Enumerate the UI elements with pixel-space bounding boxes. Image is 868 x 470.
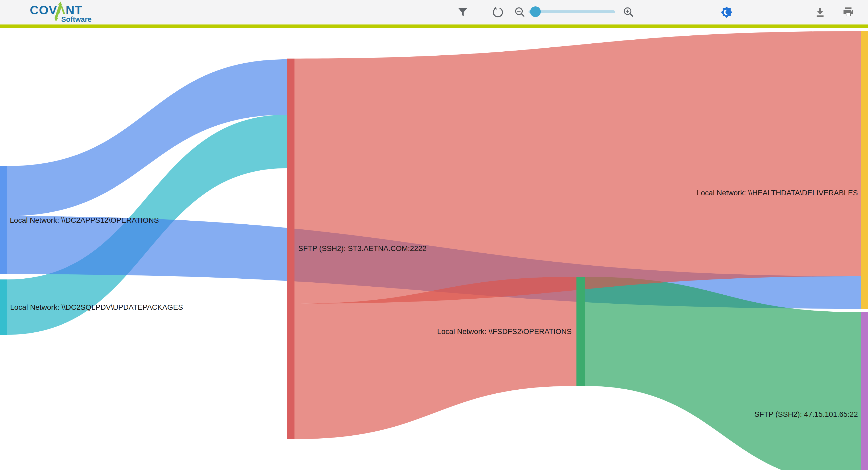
funnel-icon [458, 7, 468, 17]
magnifier-minus-icon [515, 7, 526, 18]
sankey-node-fsdfs2[interactable] [577, 277, 585, 386]
sankey-node-label-sftp47: SFTP (SSH2): 47.15.101.65:22 [754, 410, 858, 418]
sankey-node-label-fsdfs2: Local Network: \\FSDFS2\OPERATIONS [437, 327, 572, 336]
sankey-node-label-dc2apps12: Local Network: \\DC2APPS12\OPERATIONS [10, 216, 159, 224]
app-window: { "header": { "logo": { "brand": "COVIAN… [0, 0, 868, 470]
sankey-chart: Local Network: \\DC2APPS12\OPERATIONSLoc… [0, 28, 868, 470]
moon-badge-icon [720, 6, 733, 19]
zoom-slider-thumb[interactable] [530, 6, 541, 17]
zoom-in-button[interactable] [622, 0, 635, 25]
magnifier-plus-icon [623, 7, 634, 18]
sankey-node-label-healthdata: Local Network: \\HEALTHDATA\DELIVERABLES [697, 189, 858, 197]
zoom-out-button[interactable] [514, 0, 526, 25]
theme-toggle-button[interactable] [720, 0, 733, 25]
logo-subtitle: Software [61, 15, 92, 24]
download-button[interactable] [814, 0, 827, 25]
print-button[interactable] [842, 0, 855, 25]
sankey-node-label-dc2sqlpdv: Local Network: \\DC2SQLPDV\UPDATEPACKAGE… [10, 303, 183, 311]
accent-bar [0, 25, 868, 28]
printer-icon [843, 7, 854, 18]
zoom-slider-track[interactable] [529, 10, 615, 13]
logo-seg-right: NT [65, 3, 82, 17]
restore-button[interactable] [492, 0, 504, 25]
sankey-node-dc2apps12[interactable] [0, 166, 7, 274]
restore-icon [492, 7, 503, 18]
toolbar: COVΛNT Software [0, 0, 868, 25]
sankey-node-sftp47[interactable] [861, 312, 868, 470]
download-icon [815, 7, 826, 18]
filter-button[interactable] [457, 0, 469, 25]
sankey-link-st3-to-healthdata[interactable] [294, 31, 861, 304]
sankey-node-dc2sqlpdv[interactable] [0, 279, 7, 335]
logo-seg-left: COV [30, 3, 57, 17]
sankey-node-healthdata[interactable] [861, 31, 868, 309]
sankey-node-label-st3: SFTP (SSH2): ST3.AETNA.COM:2222 [298, 244, 427, 253]
coviant-logo: COVΛNT Software [30, 2, 110, 24]
sankey-node-st3[interactable] [287, 59, 294, 439]
